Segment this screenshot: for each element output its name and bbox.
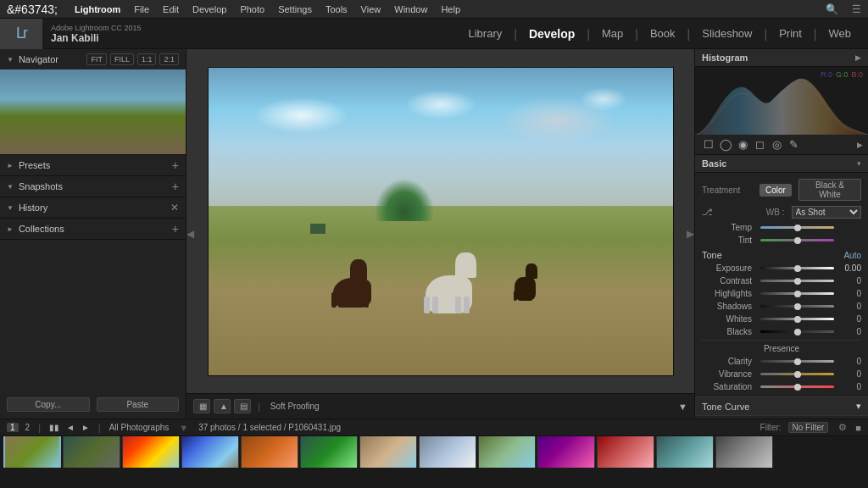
basic-collapse-btn[interactable]: ▾ [857,159,861,168]
saturation-slider-thumb[interactable] [794,384,801,391]
compare-view-btn[interactable]: ▤ [234,399,251,413]
tab-develop[interactable]: Develop [519,19,585,49]
loupe-view-btn[interactable]: ▲ [214,399,231,413]
toolbar-dropdown[interactable]: ▼ [678,402,687,412]
filmstrip-next-btn[interactable]: ► [81,423,90,432]
menu-window[interactable]: Window [394,4,427,14]
history-close-btn[interactable]: ✕ [170,202,179,214]
histogram-header[interactable]: Histogram ▶ [695,49,868,67]
tab-slideshow[interactable]: Slideshow [692,19,762,49]
filter-settings-icon[interactable]: ⚙ [838,422,847,433]
snapshots-header[interactable]: ▼ Snapshots + [0,176,186,197]
tint-slider-thumb[interactable] [794,237,801,244]
exposure-slider-thumb[interactable] [794,265,801,272]
menu-view[interactable]: View [361,4,381,14]
shadows-slider-track[interactable] [760,305,834,308]
contrast-slider-track[interactable] [760,280,834,282]
filmstrip-page-2-btn[interactable]: 2 [25,423,31,432]
paste-button[interactable]: Paste [97,397,180,412]
menu-develop[interactable]: Develop [192,4,226,14]
tab-map[interactable]: Map [592,19,633,49]
filmstrip-thumb-1[interactable] [3,436,61,468]
blacks-slider-thumb[interactable] [794,329,801,336]
grid-view-btn[interactable]: ▦ [193,399,210,413]
filter-panel-icon[interactable]: ■ [855,423,861,433]
red-eye-tool[interactable]: ◉ [734,138,751,151]
adjustment-brush-tool[interactable]: ✎ [785,138,802,151]
filmstrip-thumb-6[interactable] [300,436,358,468]
tab-library[interactable]: Library [459,19,513,49]
crop-tool[interactable]: ☐ [700,138,717,151]
filmstrip-page-1-btn[interactable]: 1 [7,423,19,432]
filmstrip-thumb-13[interactable] [715,436,773,468]
image-area[interactable] [186,49,694,393]
snapshots-add-btn[interactable]: + [172,180,179,193]
saturation-slider-track[interactable] [760,385,834,388]
filmstrip-thumb-3[interactable] [122,436,180,468]
histogram-collapse-btn[interactable]: ▶ [855,53,861,62]
clarity-slider-track[interactable] [760,360,834,363]
menu-edit[interactable]: Edit [163,4,179,14]
contrast-slider-thumb[interactable] [794,278,801,285]
wb-dropdown[interactable]: As Shot Auto Daylight Cloudy Custom [792,206,862,219]
whites-slider-thumb[interactable] [794,316,801,323]
basic-section-header[interactable]: Basic ▾ [695,155,868,173]
collections-header[interactable]: ► Collections + [0,219,186,239]
blacks-slider-track[interactable] [760,330,834,333]
filmstrip-grid-btn[interactable]: ▮▮ [49,423,59,432]
presets-add-btn[interactable]: + [172,158,179,172]
highlights-slider-thumb[interactable] [794,291,801,297]
search-icon[interactable]: 🔍 [826,3,838,15]
highlights-slider-track[interactable] [760,292,834,295]
temp-slider-track[interactable] [760,226,834,229]
vibrance-slider-track[interactable] [760,373,834,375]
filmstrip-thumb-9[interactable] [478,436,536,468]
filmstrip-thumb-8[interactable] [419,436,476,468]
tab-print[interactable]: Print [769,19,812,49]
presets-header[interactable]: ► Presets + [0,155,186,175]
menu-settings[interactable]: Settings [278,4,312,14]
left-panel-toggle[interactable]: ◀ [186,228,194,240]
temp-slider-thumb[interactable] [794,225,801,231]
whites-slider-track[interactable] [760,318,834,320]
menu-tools[interactable]: Tools [326,4,348,14]
eyedropper-icon[interactable]: ⎇ [702,207,713,218]
nav-fit-btn[interactable]: FIT [86,53,107,65]
right-panel-toggle[interactable]: ▶ [687,228,694,240]
history-header[interactable]: ▼ History ✕ [0,197,186,218]
graduated-filter-tool[interactable]: ◻ [751,138,768,151]
filmstrip-thumb-2[interactable] [63,436,120,468]
nav-1-1-btn[interactable]: 1:1 [137,53,157,65]
collections-add-btn[interactable]: + [172,222,179,236]
apple-menu[interactable]: &#63743; [7,3,58,16]
tone-curve-collapse-btn[interactable]: ▾ [856,401,861,412]
nav-2-1-btn[interactable]: 2:1 [159,53,179,65]
exposure-slider-track[interactable] [760,267,834,269]
list-icon[interactable]: ☰ [852,3,861,15]
radial-filter-tool[interactable]: ◎ [768,138,785,151]
clarity-slider-thumb[interactable] [794,358,801,365]
tone-curve-header[interactable]: Tone Curve ▾ [695,396,868,415]
tab-book[interactable]: Book [640,19,686,49]
tab-web[interactable]: Web [819,19,862,49]
bw-treatment-btn[interactable]: Black & White [798,179,861,201]
filter-dropdown[interactable]: No Filter [788,422,829,433]
menu-help[interactable]: Help [441,4,460,14]
nav-fill-btn[interactable]: FILL [110,53,134,65]
filmstrip-thumb-10[interactable] [537,436,595,468]
filmstrip-thumb-7[interactable] [359,436,417,468]
navigator-header[interactable]: ▼ Navigator FIT FILL 1:1 2:1 [0,49,186,69]
spot-removal-tool[interactable]: ◯ [717,138,734,151]
filmstrip-thumb-4[interactable] [181,436,239,468]
copy-button[interactable]: Copy... [7,397,90,412]
menu-file[interactable]: File [134,4,149,14]
vibrance-slider-thumb[interactable] [794,371,801,378]
tint-slider-track[interactable] [760,239,834,241]
menu-photo[interactable]: Photo [240,4,264,14]
filmstrip-thumb-11[interactable] [597,436,654,468]
color-treatment-btn[interactable]: Color [760,184,792,197]
shadows-slider-thumb[interactable] [794,303,801,310]
filmstrip-thumb-5[interactable] [241,436,298,468]
filmstrip-thumb-12[interactable] [656,436,714,468]
filmstrip-prev-btn[interactable]: ◄ [66,423,75,432]
